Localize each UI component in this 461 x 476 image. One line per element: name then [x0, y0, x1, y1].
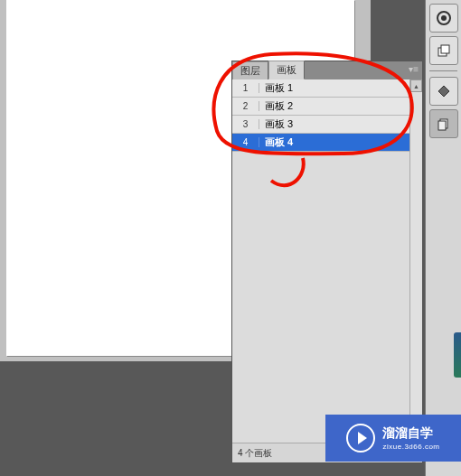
play-icon [346, 424, 375, 453]
watermark: 溜溜自学 zixue.3d66.com [325, 415, 461, 462]
watermark-title: 溜溜自学 [382, 425, 439, 442]
watermark-url: zixue.3d66.com [382, 443, 439, 451]
annotation-circle [0, 0, 461, 476]
